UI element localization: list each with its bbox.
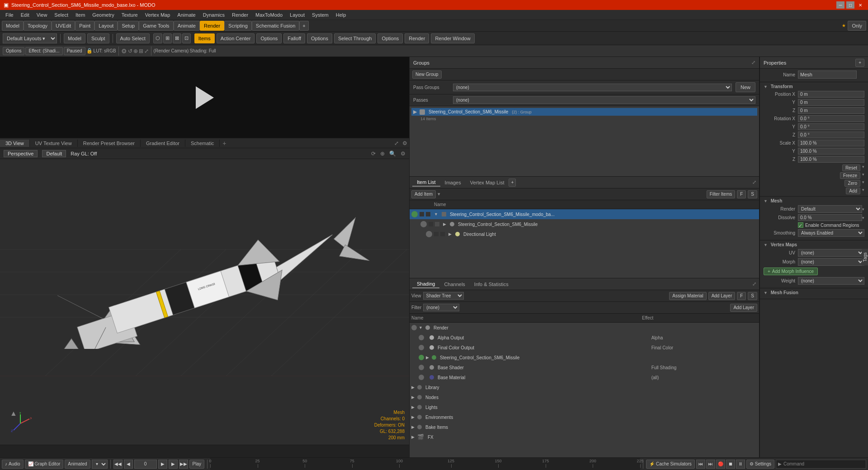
pass-groups-new-btn[interactable]: New xyxy=(736,82,755,92)
tab-gradienteditor[interactable]: Gradient Editor xyxy=(141,140,185,147)
auto-select-btn[interactable]: Auto Select xyxy=(116,33,150,43)
tool-icon2[interactable]: ⊞ xyxy=(163,33,172,43)
only-button[interactable]: Only xyxy=(848,21,866,31)
morph-dropdown[interactable]: (none) xyxy=(798,258,864,266)
mode-paint[interactable]: Paint xyxy=(75,21,94,31)
group-tree-item[interactable]: ▶ Steering_Control_Section_SM6_Missile (… xyxy=(411,108,757,116)
mesh-section-title[interactable]: ▼ Mesh xyxy=(764,198,864,203)
shading-eye-basematerial[interactable] xyxy=(419,375,424,380)
rot-y-input[interactable] xyxy=(798,123,864,130)
menu-system[interactable]: System xyxy=(308,11,332,19)
shading-row-environments[interactable]: ▶ Environments xyxy=(410,412,759,422)
add-morph-btn[interactable]: + Add Morph Influence xyxy=(764,268,818,275)
vertexmaps-section-title[interactable]: ▼ Vertex Maps xyxy=(764,242,864,247)
items-tab-add[interactable]: + xyxy=(509,179,516,187)
shading-eye-render[interactable] xyxy=(411,325,417,330)
add-layer-btn2[interactable]: Add Layer xyxy=(730,304,757,312)
options-btn3[interactable]: Options xyxy=(377,33,403,43)
animated-btn[interactable]: Animated xyxy=(65,460,90,469)
item-eye-2b[interactable] xyxy=(434,232,439,236)
pb-icon5[interactable]: ⏸ xyxy=(736,460,745,469)
frame-input[interactable] xyxy=(134,460,157,469)
menu-view[interactable]: View xyxy=(33,11,51,19)
falloff-btn[interactable]: Falloff xyxy=(283,33,305,43)
shading-eye-alpha[interactable] xyxy=(419,335,424,340)
pb-icon4[interactable]: ⏹ xyxy=(726,460,735,469)
pos-x-input[interactable] xyxy=(798,91,864,98)
mode-animate[interactable]: Animate xyxy=(174,21,200,31)
mode-add[interactable]: + xyxy=(299,21,308,31)
new-group-btn[interactable]: New Group xyxy=(412,70,442,79)
expand-icon[interactable]: ⤢ xyxy=(144,48,149,54)
vp-pan-icon[interactable]: ⊕ xyxy=(380,150,385,157)
item-eye-0c[interactable] xyxy=(426,212,430,216)
viewport-settings-icon[interactable]: ⚙ xyxy=(401,140,409,146)
weight-dropdown[interactable]: (none) xyxy=(798,277,864,285)
shading-eye-finalcolor[interactable] xyxy=(419,345,424,350)
menu-select[interactable]: Select xyxy=(51,11,72,19)
shading-row-finalcolor[interactable]: Final Color Output Final Color xyxy=(410,343,759,352)
uv-dropdown[interactable]: (none) xyxy=(798,249,864,257)
zero-btn[interactable]: Zero xyxy=(844,180,860,187)
expand-arrow-0[interactable]: ▼ xyxy=(434,212,438,216)
settings-btn[interactable]: ⚙ Settings xyxy=(746,460,774,469)
prev-frame-btn[interactable]: ◀ xyxy=(124,460,133,469)
mode-topology[interactable]: Topology xyxy=(24,21,52,31)
prev-key-btn[interactable]: ◀◀ xyxy=(113,460,123,469)
props-name-input[interactable] xyxy=(798,70,857,79)
options-btn2[interactable]: Options xyxy=(307,33,332,43)
items-s-btn[interactable]: S xyxy=(748,190,757,198)
next-key-btn[interactable]: ▶▶ xyxy=(179,460,188,469)
tab-images[interactable]: Images xyxy=(440,179,466,186)
tool-icon3[interactable]: ⊠ xyxy=(173,33,181,43)
menu-maxtomodo[interactable]: MaxToModo xyxy=(252,11,286,19)
shading-row-nodes[interactable]: ▶ Nodes xyxy=(410,392,759,402)
paused-btn[interactable]: Paused xyxy=(64,47,85,55)
tab-3dview[interactable]: 3D View xyxy=(0,140,30,147)
action-center-btn[interactable]: Action Center xyxy=(217,33,255,43)
assign-material-btn[interactable]: Assign Material xyxy=(669,292,706,300)
shading-row-basematerial[interactable]: Base Material (all) xyxy=(410,372,759,382)
item-eye-2[interactable] xyxy=(426,231,432,237)
tab-renderpreset[interactable]: Render Preset Browser xyxy=(78,140,141,147)
item-eye-1b[interactable] xyxy=(429,222,433,226)
animated-dropdown[interactable]: ▾ xyxy=(92,460,108,469)
add-item-btn[interactable]: Add Item xyxy=(411,190,436,198)
pass-groups-dropdown[interactable]: (none) xyxy=(453,84,732,91)
tab-vertexmaplist[interactable]: Vertex Map List xyxy=(466,179,509,186)
items-btn[interactable]: Items xyxy=(194,33,215,43)
item-eye-1[interactable] xyxy=(420,221,427,227)
options-small-btn[interactable]: Options xyxy=(3,47,24,55)
menu-animate[interactable]: Animate xyxy=(174,11,199,19)
shading-f-btn[interactable]: F xyxy=(737,292,746,300)
scale-y-input[interactable] xyxy=(798,148,864,155)
smoothing-dropdown[interactable]: Always Enabled xyxy=(798,229,864,237)
maximize-button[interactable]: □ xyxy=(846,1,854,9)
mode-scripting[interactable]: Scripting xyxy=(224,21,252,31)
items-expand-icon[interactable]: ⤢ xyxy=(752,179,756,185)
tab-schematic[interactable]: Schematic xyxy=(185,140,220,147)
tab-shading[interactable]: Shading xyxy=(412,280,439,288)
shading-row-fx[interactable]: ▶ 🎬 FX xyxy=(410,432,759,442)
groups-expand-icon[interactable]: ⤢ xyxy=(751,60,755,66)
tab-channels[interactable]: Channels xyxy=(439,281,469,288)
play-button[interactable] xyxy=(196,86,214,109)
mode-uvedit[interactable]: UVEdit xyxy=(52,21,75,31)
refresh-icon[interactable]: ↺ xyxy=(128,48,132,54)
meshfusion-section-title[interactable]: ▼ Mesh Fusion xyxy=(764,290,864,295)
item-eye-0b[interactable] xyxy=(420,212,424,216)
pb-icon1[interactable]: ⏮ xyxy=(696,460,705,469)
item-row-1[interactable]: ▶ Steering_Control_Section_SM6_Missile xyxy=(410,219,759,229)
minimize-button[interactable]: ─ xyxy=(836,1,844,9)
pos-y-input[interactable] xyxy=(798,99,864,106)
menu-render[interactable]: Render xyxy=(228,11,252,19)
shading-row-lights[interactable]: ▶ Lights xyxy=(410,402,759,412)
pb-icon2[interactable]: ⏭ xyxy=(706,460,715,469)
menu-item[interactable]: Item xyxy=(72,11,89,19)
shading-row-baseshader[interactable]: Base Shader Full Shading xyxy=(410,362,759,372)
expand-arrow-2[interactable]: ▶ xyxy=(448,232,452,236)
scale-x-input[interactable] xyxy=(798,140,864,146)
mode-setup[interactable]: Setup xyxy=(118,21,139,31)
audio-btn[interactable]: ♪ Audio xyxy=(2,460,24,469)
select-through-btn[interactable]: Select Through xyxy=(334,33,376,43)
